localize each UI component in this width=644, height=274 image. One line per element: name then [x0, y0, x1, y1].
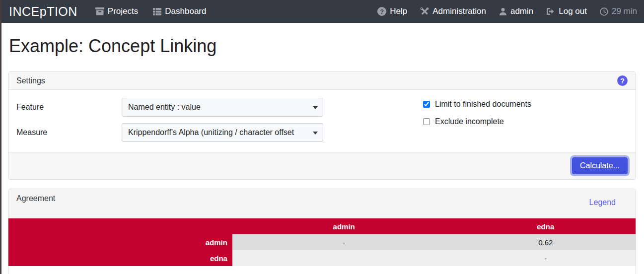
settings-title: Settings	[16, 76, 45, 85]
nav-administration[interactable]: Administration	[420, 6, 486, 16]
exclude-incomplete-row: Exclude incomplete	[423, 117, 628, 126]
feature-label: Feature	[16, 103, 122, 112]
exclude-incomplete-checkbox[interactable]	[423, 118, 430, 125]
nav-help-label: Help	[390, 6, 407, 16]
agreement-title: Agreement	[16, 194, 55, 203]
nav-user-label: admin	[510, 6, 533, 16]
nav-projects[interactable]: Projects	[95, 6, 138, 16]
agreement-panel-header: Agreement Legend	[8, 189, 636, 218]
nav-logout[interactable]: Log out	[546, 6, 587, 16]
cell-edna-edna: -	[456, 250, 636, 266]
feature-select[interactable]: Named entity : value	[122, 98, 323, 117]
dashboard-icon	[153, 8, 161, 15]
table-row: edna -	[8, 250, 636, 266]
help-circle-icon[interactable]: ?	[617, 75, 628, 86]
navbar-right-group: ? Help Administration admin Log out 29	[377, 6, 637, 16]
nav-dashboard[interactable]: Dashboard	[153, 6, 206, 16]
chevron-down-icon	[313, 106, 318, 109]
agreement-table: admin edna admin - 0.62 edna -	[8, 218, 636, 266]
column-header-admin: admin	[232, 218, 456, 234]
measure-row: Measure Krippendorff's Alpha (unitizing …	[16, 123, 339, 142]
nav-logout-label: Log out	[559, 6, 587, 16]
settings-panel-footer: Calculate...	[8, 152, 636, 179]
archive-icon	[95, 7, 104, 15]
help-icon: ?	[377, 7, 386, 16]
user-icon	[499, 7, 507, 15]
corner-cell	[8, 218, 232, 234]
limit-finished-label[interactable]: Limit to finished documents	[435, 100, 531, 109]
exclude-incomplete-label[interactable]: Exclude incomplete	[435, 117, 504, 126]
row-header-admin: admin	[8, 234, 232, 250]
feature-row: Feature Named entity : value	[16, 98, 339, 117]
settings-panel: Settings ? Feature Named entity : value …	[8, 71, 636, 180]
nav-user[interactable]: admin	[499, 6, 533, 16]
limit-finished-checkbox[interactable]	[423, 101, 430, 108]
nav-help[interactable]: ? Help	[377, 6, 407, 16]
settings-checkbox-column: Limit to finished documents Exclude inco…	[423, 98, 628, 144]
nav-projects-label: Projects	[108, 6, 138, 16]
settings-panel-header: Settings ?	[8, 72, 636, 90]
cell-edna-admin	[232, 250, 456, 266]
row-header-edna: edna	[8, 250, 232, 266]
limit-finished-row: Limit to finished documents	[423, 100, 628, 109]
top-navbar: INCEpTION Projects Dashboard ? Help Admi…	[0, 0, 644, 23]
agreement-panel: Agreement Legend admin edna admin - 0.62…	[8, 189, 636, 274]
calculate-button[interactable]: Calculate...	[572, 157, 628, 174]
clock-icon	[600, 7, 608, 16]
settings-form-column: Feature Named entity : value Measure Kri…	[16, 98, 339, 144]
session-timer: 29 min	[600, 6, 637, 16]
measure-label: Measure	[16, 128, 122, 137]
cell-admin-admin: -	[232, 234, 456, 250]
legend-link[interactable]: Legend	[589, 198, 616, 207]
measure-select-value: Krippendorff's Alpha (unitizing / charac…	[128, 128, 310, 137]
tools-icon	[420, 7, 429, 15]
app-logo[interactable]: INCEpTION	[9, 4, 77, 19]
column-header-edna: edna	[456, 218, 636, 234]
page-title: Example: Concept Linking	[9, 36, 635, 57]
agreement-table-header-row: admin edna	[8, 218, 636, 234]
table-row: admin - 0.62	[8, 234, 636, 250]
settings-body: Feature Named entity : value Measure Kri…	[8, 90, 636, 152]
nav-administration-label: Administration	[432, 6, 486, 16]
session-timer-label: 29 min	[612, 6, 637, 16]
chevron-down-icon	[313, 132, 318, 135]
nav-dashboard-label: Dashboard	[165, 6, 206, 16]
cell-admin-edna: 0.62	[456, 234, 636, 250]
measure-select[interactable]: Krippendorff's Alpha (unitizing / charac…	[122, 123, 323, 142]
feature-select-value: Named entity : value	[128, 103, 310, 112]
navbar-left-group: Projects Dashboard	[95, 6, 207, 16]
logout-icon	[546, 7, 555, 15]
